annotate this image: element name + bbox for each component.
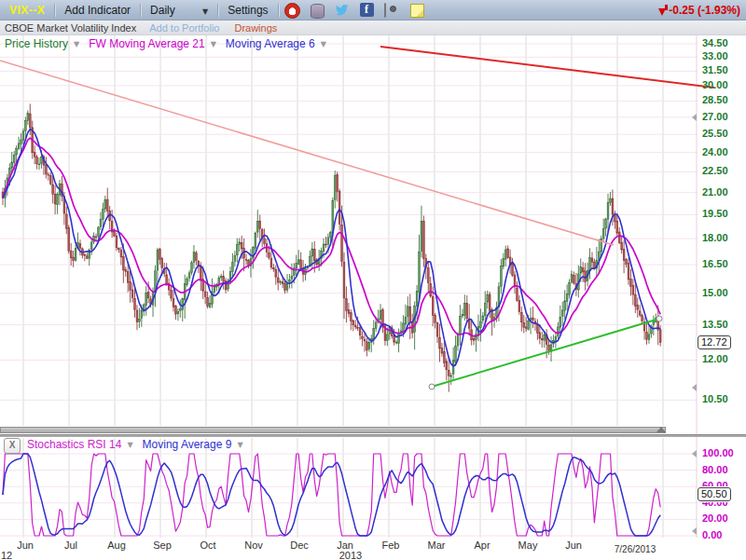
chart-canvas[interactable] [0,0,746,560]
price-tick-label: 15.00 [702,287,745,298]
month-label: Nov [238,540,269,551]
trendline [380,47,714,88]
scrollbar-arrow-icon[interactable] [656,427,666,432]
price-tick-label: 10.50 [702,393,745,404]
stoch-tick-label: 80.00 [702,464,745,475]
month-label: Dec [283,540,315,551]
close-indicator-button[interactable]: X [4,438,21,454]
month-label: Jun [558,540,589,551]
price-tick-label: 33.00 [702,50,745,61]
last-price-marker: 12.72 [698,335,731,349]
trendline [432,319,659,387]
price-tick-label: 34.50 [702,37,745,48]
price-tick-label: 12.00 [702,353,745,364]
price-tick-label: 31.50 [702,64,745,75]
stoch-value-marker: 50.50 [698,487,731,501]
price-tick-label: 22.50 [702,165,745,176]
price-tick-label: 18.00 [702,232,745,243]
stoch-rsi-dropdown[interactable]: Stochastics RSI 14 [27,438,121,451]
price-tick-label: 16.50 [702,258,745,269]
stoch-tick-label: 20.00 [702,512,745,524]
stoch-rsi-series [3,454,660,536]
price-tick-label: 28.50 [702,94,745,105]
chevron-down-icon[interactable]: ▼ [74,40,79,48]
ma21-dropdown[interactable]: FW Moving Average 21 [89,37,205,50]
price-tick-label: 19.50 [702,208,745,219]
month-label: Apr [466,540,498,551]
scale-arrow-icon[interactable] [692,114,697,121]
month-label: Jun [9,540,41,551]
trendline-handle [429,384,435,389]
scale-arrow-icon[interactable] [692,384,697,391]
month-label: Aug [101,540,132,551]
last-date-label: 7/26/2013 [605,544,665,554]
price-tick-label: 30.00 [702,79,745,90]
jan-year-label: 2013 [334,550,367,560]
lower-panel-legend: Stochastics RSI 14 ▼ Moving Average 9 ▼ [27,438,249,451]
panel-divider[interactable] [0,434,746,437]
chevron-down-icon[interactable]: ▼ [211,40,216,48]
chevron-down-icon[interactable]: ▼ [127,441,132,449]
month-label: Mar [421,540,452,551]
start-year-label: 12 [1,550,12,560]
chevron-down-icon[interactable]: ▼ [321,40,326,48]
trendline-handle [656,316,662,321]
month-label: Jul [55,540,87,551]
stoch-tick-label: 0.00 [702,529,745,540]
ma9-dropdown[interactable]: Moving Average 9 [143,438,232,451]
price-tick-label: 21.00 [702,186,745,198]
ma6-dropdown[interactable]: Moving Average 6 [226,37,315,50]
scale-arrow-icon[interactable] [692,527,697,535]
app-window: { "toolbar": { "symbol": "VIX--X", "add_… [0,0,746,560]
month-label: Feb [375,540,407,551]
scale-arrow-icon[interactable] [692,450,697,458]
month-label: May [512,540,544,551]
chevron-down-icon[interactable]: ▼ [237,441,242,449]
price-tick-label: 27.00 [702,111,745,122]
main-chart-legend: Price History ▼ FW Moving Average 21 ▼ M… [5,37,332,50]
price-tick-label: 13.50 [702,319,745,330]
price-history-series [2,103,661,391]
stoch-tick-label: 100.00 [702,447,745,458]
chart-scrollbar[interactable] [0,427,666,433]
month-label: Oct [192,540,224,551]
month-label: Sep [146,540,178,551]
price-history-dropdown[interactable]: Price History [5,37,68,50]
price-tick-label: 25.50 [702,128,745,139]
price-tick-label: 24.00 [702,146,745,157]
